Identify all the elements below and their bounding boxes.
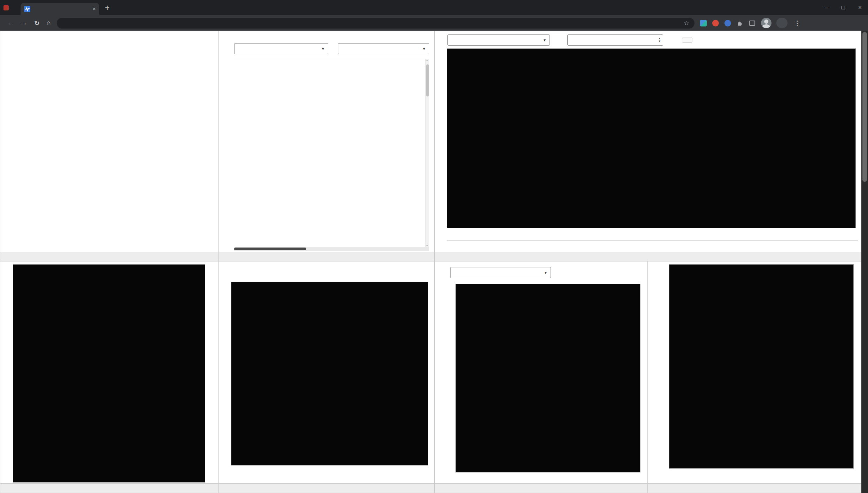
correlogram-plot-svg xyxy=(669,265,853,468)
unit-table-horizontal-scrollbar[interactable] xyxy=(234,247,429,251)
time-slider[interactable] xyxy=(447,240,858,241)
correlogram-panel-icons xyxy=(648,261,660,483)
page-scrollbar[interactable] xyxy=(861,31,868,493)
probe-panel xyxy=(0,261,219,493)
probe-plot[interactable] xyxy=(13,264,205,483)
back-button[interactable]: ← xyxy=(7,19,14,27)
profile-avatar[interactable] xyxy=(761,18,771,28)
unitlist-panel: ▼ ▼ xyxy=(219,31,435,261)
chevron-down-icon: ▼ xyxy=(321,47,325,51)
trace-xticks xyxy=(447,228,856,235)
units-summary xyxy=(231,33,432,34)
segment-select[interactable]: ▼ xyxy=(447,34,550,46)
window-minimize-button[interactable]: – xyxy=(825,4,828,11)
unit-table-vertical-scrollbar[interactable]: ▲ ▼ xyxy=(425,59,429,247)
ndscatter-plot-svg xyxy=(231,282,428,465)
scrollbar-thumb[interactable] xyxy=(862,32,867,182)
waveform-plot-svg xyxy=(456,284,640,472)
scroll-down-icon[interactable]: ▼ xyxy=(426,244,428,246)
unit-table-body xyxy=(234,69,425,247)
spinner-arrows-icon[interactable]: ▲▼ xyxy=(658,37,661,43)
spikeinterface-favicon-icon xyxy=(24,6,30,12)
curation-panel xyxy=(0,31,219,261)
extension-icon-1[interactable] xyxy=(700,20,707,26)
trace-panel: ▼ ▲▼ xyxy=(435,31,861,261)
new-tab-button[interactable]: + xyxy=(105,3,109,13)
correlogram-panel xyxy=(648,261,861,493)
forward-button[interactable]: → xyxy=(21,19,27,27)
scroll-up-icon[interactable]: ▲ xyxy=(426,59,428,62)
window-badge-icon xyxy=(3,5,9,10)
bookmark-star-icon[interactable]: ☆ xyxy=(684,19,689,27)
scrollbar-thumb[interactable] xyxy=(234,248,306,250)
address-bar[interactable]: ☆ xyxy=(57,18,694,29)
ndscatter-panel-icons xyxy=(219,261,231,483)
extension-icon-3[interactable] xyxy=(724,20,731,26)
ndscatter-plot[interactable] xyxy=(231,282,428,465)
extensions-puzzle-icon[interactable] xyxy=(737,20,743,26)
scrollbar-thumb[interactable] xyxy=(426,64,429,96)
curation-panel-icons xyxy=(0,31,12,252)
reload-button[interactable]: ↻ xyxy=(34,19,40,27)
ndscatter-tab-row xyxy=(219,483,434,493)
chevron-down-icon: ▼ xyxy=(543,38,546,42)
chevron-down-icon: ▼ xyxy=(544,271,547,275)
side-panel-icon[interactable] xyxy=(749,20,755,26)
browser-tab-strip: × + – □ × xyxy=(0,0,868,15)
curation-tab-row xyxy=(0,252,218,261)
ndscatter-panel xyxy=(219,261,435,493)
trace-tab-row xyxy=(435,252,861,261)
correlogram-plot[interactable] xyxy=(669,264,854,469)
unitlist-tab-row xyxy=(219,252,434,261)
chevron-down-icon: ▼ xyxy=(422,47,426,51)
screen: × + – □ × ← → ↻ ⌂ ☆ ⋮ xyxy=(0,0,868,493)
waveform-tab-row xyxy=(435,483,647,493)
probe-plot-svg xyxy=(13,265,205,482)
waveform-panel: ▼ xyxy=(435,261,648,493)
home-button[interactable]: ⌂ xyxy=(47,19,51,27)
unit-table: ▲ ▼ xyxy=(234,59,429,247)
direction-select[interactable]: ▼ xyxy=(338,43,429,54)
unitlist-panel-icons xyxy=(219,31,231,252)
browser-tab[interactable]: × xyxy=(21,3,99,15)
browser-toolbar: ← → ↻ ⌂ ☆ ⋮ xyxy=(0,15,868,31)
spikeinterface-app: ▼ ▼ xyxy=(0,31,868,493)
waveform-xticks xyxy=(455,472,640,479)
trace-panel-icons xyxy=(435,31,447,252)
tab-close-icon[interactable]: × xyxy=(92,6,96,13)
browser-menu-icon[interactable]: ⋮ xyxy=(794,19,800,27)
trace-plot-svg xyxy=(447,49,855,228)
trace-controls: ▼ ▲▼ xyxy=(447,34,859,46)
probe-panel-icons xyxy=(0,261,12,483)
auto-scale-button[interactable] xyxy=(682,38,692,42)
extension-icon-2[interactable] xyxy=(712,20,719,26)
waveform-panel-icons xyxy=(435,261,447,483)
waveform-plot[interactable] xyxy=(455,284,640,472)
chrome-update-chip[interactable] xyxy=(776,18,788,28)
window-close-button[interactable]: × xyxy=(858,4,862,11)
probe-tab-row xyxy=(0,483,218,493)
trace-plot[interactable] xyxy=(447,48,856,228)
sort-by-select[interactable]: ▼ xyxy=(234,43,328,54)
window-maximize-button[interactable]: □ xyxy=(842,4,845,11)
unit-table-header xyxy=(234,59,429,59)
mode-select[interactable]: ▼ xyxy=(450,267,551,278)
sort-controls: ▼ ▼ xyxy=(234,41,432,54)
correlogram-tab-row xyxy=(648,483,861,493)
window-size-input[interactable]: ▲▼ xyxy=(567,34,663,46)
